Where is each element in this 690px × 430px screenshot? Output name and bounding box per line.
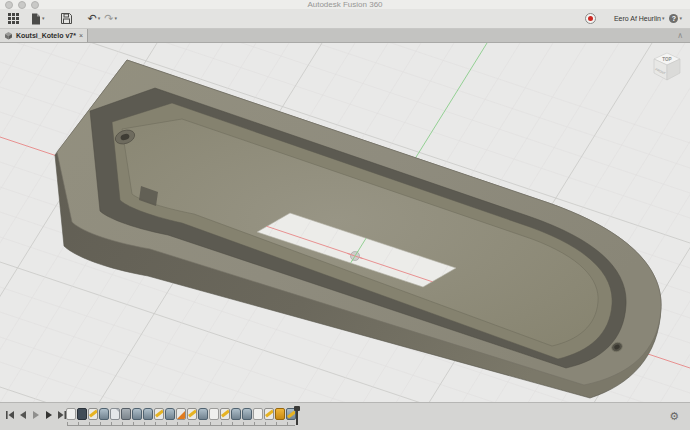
timeline-playhead[interactable] xyxy=(296,407,298,425)
help-menu[interactable]: ? ▾ xyxy=(669,14,682,23)
timeline-feature-cylinder[interactable] xyxy=(231,408,241,420)
play-button[interactable] xyxy=(44,410,54,420)
model-body[interactable] xyxy=(0,43,690,402)
timeline-feature-plain[interactable] xyxy=(66,408,76,420)
viewport-canvas[interactable]: TOP FRONT xyxy=(0,43,690,402)
document-cube-icon xyxy=(4,31,13,40)
undo-icon: ↶ xyxy=(88,13,97,24)
timeline-bar: ⚙ xyxy=(0,402,690,430)
user-name: Eero Af Heurlin xyxy=(614,15,661,22)
go-to-start-button[interactable] xyxy=(5,410,15,420)
document-tab-title: Koutsi_Kotelo v7* xyxy=(16,32,76,39)
timeline-feature-cylinder[interactable] xyxy=(143,408,153,420)
timeline-feature-sketch[interactable] xyxy=(88,408,98,420)
viewcube-top-label: TOP xyxy=(662,57,671,62)
timeline-feature-cylinder[interactable] xyxy=(242,408,252,420)
y-axis-line xyxy=(413,43,487,162)
document-tab-bar: Koutsi_Kotelo v7* × ∧ xyxy=(0,29,690,43)
timeline-feature-sketch[interactable] xyxy=(264,408,274,420)
window-title: Autodesk Fusion 360 xyxy=(0,0,690,9)
file-icon xyxy=(31,13,41,25)
x-axis-line xyxy=(648,354,690,368)
timeline-settings-icon[interactable]: ⚙ xyxy=(669,410,679,423)
chevron-down-icon: ▾ xyxy=(679,16,682,21)
app-grid-icon[interactable] xyxy=(8,13,19,24)
toolbar-collapse-icon[interactable]: ∧ xyxy=(677,30,683,41)
tab-close-icon[interactable]: × xyxy=(79,32,83,39)
timeline-track[interactable] xyxy=(67,422,295,426)
timeline-feature-plain[interactable] xyxy=(253,408,263,420)
viewcube[interactable]: TOP FRONT xyxy=(646,46,688,88)
3d-scene[interactable] xyxy=(0,43,690,402)
job-status-icon[interactable] xyxy=(585,13,596,24)
chevron-down-icon: ▾ xyxy=(662,16,665,21)
redo-button[interactable]: ↷ ▾ xyxy=(104,13,117,24)
timeline-feature-sketch[interactable] xyxy=(154,408,164,420)
timeline-playback-controls xyxy=(5,410,67,420)
timeline-feature-fillet[interactable] xyxy=(176,408,186,420)
step-back-button[interactable] xyxy=(18,410,28,420)
chevron-down-icon: ▾ xyxy=(114,16,117,21)
undo-button[interactable]: ↶ ▾ xyxy=(88,13,101,24)
timeline-feature-cylinder[interactable] xyxy=(198,408,208,420)
timeline-feature-cylinder[interactable] xyxy=(132,408,142,420)
chevron-down-icon: ▾ xyxy=(98,16,101,21)
timeline-feature-plain[interactable] xyxy=(209,408,219,420)
user-account-menu[interactable]: Eero Af Heurlin ▾ xyxy=(614,15,665,22)
titlebar: Autodesk Fusion 360 xyxy=(0,0,690,9)
document-tab[interactable]: Koutsi_Kotelo v7* × xyxy=(0,29,88,42)
app-window: Autodesk Fusion 360 ▾ xyxy=(0,0,690,430)
timeline-feature-sketch[interactable] xyxy=(220,408,230,420)
file-menu-button[interactable]: ▾ xyxy=(31,13,45,25)
help-icon: ? xyxy=(669,14,678,23)
timeline-feature-cylinder[interactable] xyxy=(165,408,175,420)
step-forward-button[interactable] xyxy=(31,410,41,420)
app-toolbar: ▾ ↶ ▾ ↷ ▾ Eero xyxy=(0,9,690,29)
timeline-feature-sketch[interactable] xyxy=(187,408,197,420)
save-button[interactable] xyxy=(61,13,72,24)
x-axis-line xyxy=(0,137,57,156)
save-icon xyxy=(61,13,72,24)
timeline-feature-box[interactable] xyxy=(121,408,131,420)
redo-icon: ↷ xyxy=(104,13,113,24)
chevron-down-icon: ▾ xyxy=(42,16,45,21)
timeline-feature-document[interactable] xyxy=(110,408,120,420)
timeline-feature-cylinder[interactable] xyxy=(99,408,109,420)
timeline-feature-strip xyxy=(66,408,296,420)
timeline-feature-gold[interactable] xyxy=(275,408,285,420)
timeline-feature-thumbnail[interactable] xyxy=(77,408,87,420)
